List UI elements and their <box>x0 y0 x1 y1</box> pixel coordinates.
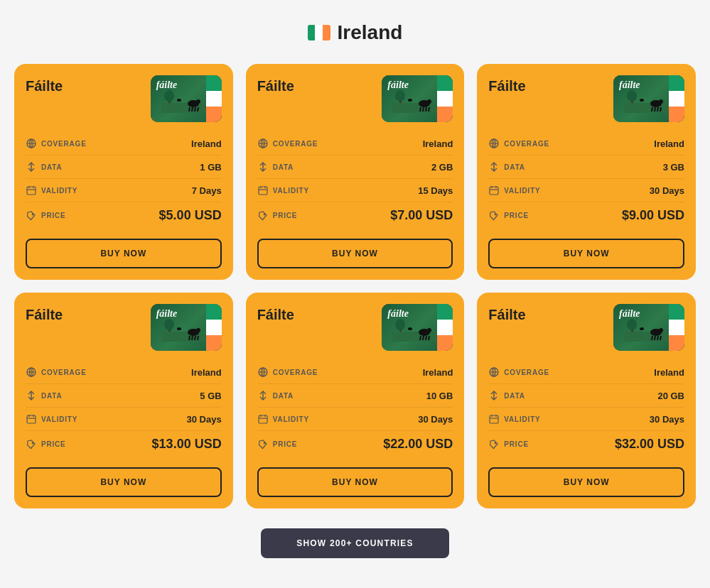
card-brand-6: Fáilte <box>488 304 525 323</box>
validity-row: VALIDITY 30 Days <box>257 408 453 431</box>
svg-point-89 <box>408 327 412 330</box>
validity-row: VALIDITY 30 Days <box>26 408 222 431</box>
coverage-row: COVERAGE Ireland <box>257 361 453 384</box>
price-label: PRICE <box>273 440 298 448</box>
price-value: $22.00 USD <box>383 437 453 452</box>
validity-label: VALIDITY <box>504 415 540 423</box>
coverage-value: Ireland <box>191 367 222 378</box>
validity-label: VALIDITY <box>273 187 309 195</box>
price-icon <box>26 210 37 222</box>
data-icon <box>26 390 37 401</box>
price-label: PRICE <box>504 440 529 448</box>
data-icon <box>488 161 500 173</box>
data-icon <box>257 161 269 173</box>
svg-point-119 <box>495 442 497 444</box>
data-label: DATA <box>273 163 294 171</box>
data-label: DATA <box>504 392 525 400</box>
coverage-row: COVERAGE Ireland <box>26 361 222 384</box>
flag-stripe <box>669 75 684 122</box>
price-label: PRICE <box>41 440 66 448</box>
card-header: Fáilte fáilte <box>488 75 684 122</box>
svg-rect-0 <box>161 103 211 113</box>
flag-stripe <box>206 304 222 351</box>
flag-stripe <box>206 75 222 122</box>
data-row: DATA 3 GB <box>488 156 684 179</box>
card-brand-5: Fáilte <box>257 304 294 323</box>
card-image-6: fáilte <box>613 304 684 351</box>
calendar-icon <box>26 413 37 425</box>
failte-logo: fáilte <box>387 308 409 320</box>
price-row: PRICE $5.00 USD <box>26 202 222 229</box>
price-icon <box>257 210 269 222</box>
svg-rect-100 <box>624 332 674 342</box>
validity-value: 7 Days <box>192 185 222 196</box>
failte-logo: fáilte <box>619 80 640 91</box>
svg-line-65 <box>189 336 190 340</box>
data-value: 5 GB <box>200 391 221 401</box>
validity-value: 15 Days <box>418 185 453 196</box>
svg-line-25 <box>420 107 421 111</box>
coverage-value: Ireland <box>423 138 453 149</box>
coverage-row: COVERAGE Ireland <box>488 132 684 156</box>
validity-row: VALIDITY 7 Days <box>26 179 222 202</box>
price-row: PRICE $9.00 USD <box>488 202 684 229</box>
svg-line-28 <box>429 107 429 111</box>
data-value: 2 GB <box>431 162 453 173</box>
buy-now-button-5[interactable]: BUY NOW <box>257 467 453 497</box>
plan-card-6: Fáilte fáilte <box>477 293 696 508</box>
svg-line-86 <box>423 336 424 340</box>
svg-line-7 <box>195 107 195 111</box>
data-row: DATA 1 GB <box>26 156 222 179</box>
validity-label: VALIDITY <box>41 187 77 195</box>
failte-logo: fáilte <box>156 80 178 91</box>
svg-line-46 <box>655 107 655 111</box>
svg-line-87 <box>426 336 426 340</box>
buy-now-button-4[interactable]: BUY NOW <box>26 467 222 497</box>
validity-label: VALIDITY <box>504 187 540 195</box>
show-countries-button[interactable]: SHOW 200+ COUNTRIES <box>261 528 449 558</box>
buy-now-button-3[interactable]: BUY NOW <box>488 239 684 268</box>
validity-label: VALIDITY <box>41 415 77 423</box>
flag-stripe <box>669 304 684 351</box>
data-row: DATA 10 GB <box>257 384 453 408</box>
failte-logo: fáilte <box>619 308 640 320</box>
svg-line-66 <box>192 336 193 340</box>
globe-icon <box>488 366 500 378</box>
calendar-icon <box>257 185 269 196</box>
svg-point-4 <box>196 99 200 104</box>
price-row: PRICE $13.00 USD <box>26 431 222 457</box>
svg-line-47 <box>657 107 658 111</box>
svg-point-82 <box>395 319 405 330</box>
price-icon <box>488 439 500 450</box>
coverage-value: Ireland <box>191 138 222 149</box>
flag-stripe <box>437 75 453 122</box>
data-label: DATA <box>41 392 63 400</box>
svg-point-9 <box>177 99 181 102</box>
buy-now-button-1[interactable]: BUY NOW <box>26 239 222 268</box>
svg-line-106 <box>655 336 655 340</box>
buy-now-button-2[interactable]: BUY NOW <box>257 239 453 268</box>
failte-logo: fáilte <box>387 80 409 91</box>
data-label: DATA <box>41 163 63 171</box>
card-header: Fáilte fáilte <box>26 304 222 351</box>
svg-point-42 <box>627 90 637 102</box>
coverage-label: COVERAGE <box>41 140 87 148</box>
card-header: Fáilte fáilte <box>488 304 684 351</box>
validity-value: 30 Days <box>650 185 684 196</box>
buy-now-button-6[interactable]: BUY NOW <box>488 467 684 497</box>
svg-point-44 <box>659 99 663 104</box>
price-label: PRICE <box>273 212 298 219</box>
calendar-icon <box>26 185 37 196</box>
coverage-label: COVERAGE <box>504 369 549 376</box>
svg-point-109 <box>640 327 644 330</box>
price-value: $32.00 USD <box>615 437 684 452</box>
svg-line-88 <box>429 336 429 340</box>
data-value: 1 GB <box>200 162 221 173</box>
svg-point-84 <box>427 328 431 332</box>
svg-point-19 <box>32 213 34 215</box>
price-value: $13.00 USD <box>152 437 222 452</box>
price-label: PRICE <box>504 212 529 219</box>
svg-line-26 <box>423 107 424 111</box>
svg-point-39 <box>263 213 265 215</box>
failte-logo: fáilte <box>156 308 178 320</box>
